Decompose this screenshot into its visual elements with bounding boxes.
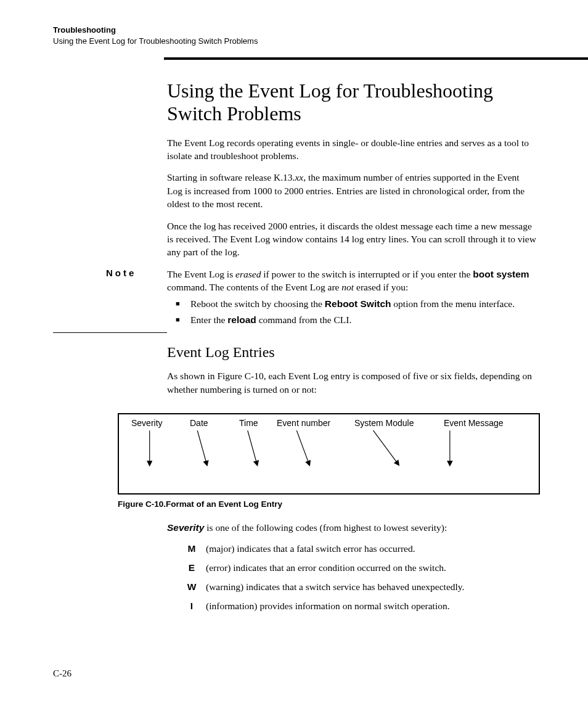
severity-row-w: W (warning) indicates that a switch serv… <box>182 581 537 594</box>
intro-p1: The Event Log records operating events i… <box>167 136 537 163</box>
fig-label-date: Date <box>190 418 208 428</box>
note-bullets: Reboot the switch by choosing the Reboot… <box>167 297 537 326</box>
note-lead: The Event Log is erased if power to the … <box>167 268 537 294</box>
severity-term: Severity <box>167 522 204 533</box>
fig-label-eventnum: Event number <box>277 418 330 428</box>
note-bootsystem: boot system <box>473 269 529 279</box>
page-header: Troubleshooting Using the Event Log for … <box>53 25 535 46</box>
svg-line-2 <box>248 430 257 464</box>
severity-text: (major) indicates that a fatal switch er… <box>201 543 415 556</box>
severity-row-e: E (error) indicates that an error condit… <box>182 562 537 575</box>
intro-p2a: Starting in software release K.13. <box>167 172 295 183</box>
figure-caption: Figure C-10.Format of an Event Log Entry <box>118 499 540 509</box>
subhead-event-entries: Event Log Entries <box>167 344 537 361</box>
severity-lead: Severity is one of the following codes (… <box>167 521 537 534</box>
note-not: not <box>341 282 354 292</box>
severity-code: W <box>182 581 201 594</box>
severity-row-m: M (major) indicates that a fatal switch … <box>182 543 537 556</box>
severity-code: E <box>182 562 201 575</box>
page-title: Using the Event Log for Troubleshooting … <box>167 80 537 125</box>
severity-text: (information) provides information on no… <box>201 600 450 613</box>
header-section: Using the Event Log for Troubleshooting … <box>53 36 535 47</box>
release-var: xx <box>295 172 303 183</box>
reload-term: reload <box>227 314 256 325</box>
entries-intro: As shown in Figure C-10, each Event Log … <box>167 369 537 396</box>
figure-c10: Severity Date Time Event number System M… <box>118 413 540 509</box>
note-end-rule <box>53 332 167 333</box>
fig-label-eventmsg: Event Message <box>444 418 504 428</box>
severity-code: M <box>182 543 201 556</box>
page-number: C-26 <box>53 668 71 679</box>
note-label: Note <box>106 268 214 278</box>
svg-line-3 <box>296 430 309 464</box>
severity-text: (warning) indicates that a switch servic… <box>201 581 464 594</box>
top-rule <box>164 57 588 60</box>
reboot-switch-term: Reboot Switch <box>325 298 391 309</box>
fig-label-severity: Severity <box>131 418 163 428</box>
severity-code: I <box>182 600 201 613</box>
svg-line-1 <box>197 430 206 464</box>
severity-text: (error) indicates that an error conditio… <box>201 562 446 575</box>
severity-row-i: I (information) provides information on … <box>182 600 537 613</box>
severity-list: M (major) indicates that a fatal switch … <box>182 543 537 613</box>
note-bullet-1: Reboot the switch by choosing the Reboot… <box>167 297 537 310</box>
note-bullet-2: Enter the reload command from the CLI. <box>167 313 537 326</box>
intro-p2: Starting in software release K.13.xx, th… <box>167 171 537 210</box>
note-erased: erased <box>235 269 261 279</box>
fig-label-sysmodule: System Module <box>354 418 414 428</box>
intro-p3: Once the log has received 2000 entries, … <box>167 220 537 259</box>
fig-label-time: Time <box>239 418 258 428</box>
svg-line-4 <box>374 430 398 464</box>
header-chapter: Troubleshooting <box>53 25 535 36</box>
